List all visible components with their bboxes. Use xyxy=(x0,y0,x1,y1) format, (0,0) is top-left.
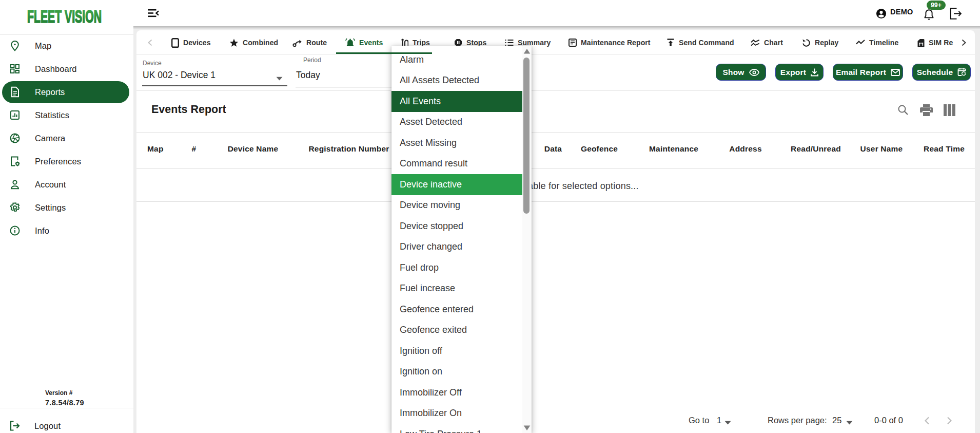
svg-text:FLEET VISION: FLEET VISION xyxy=(27,9,102,25)
